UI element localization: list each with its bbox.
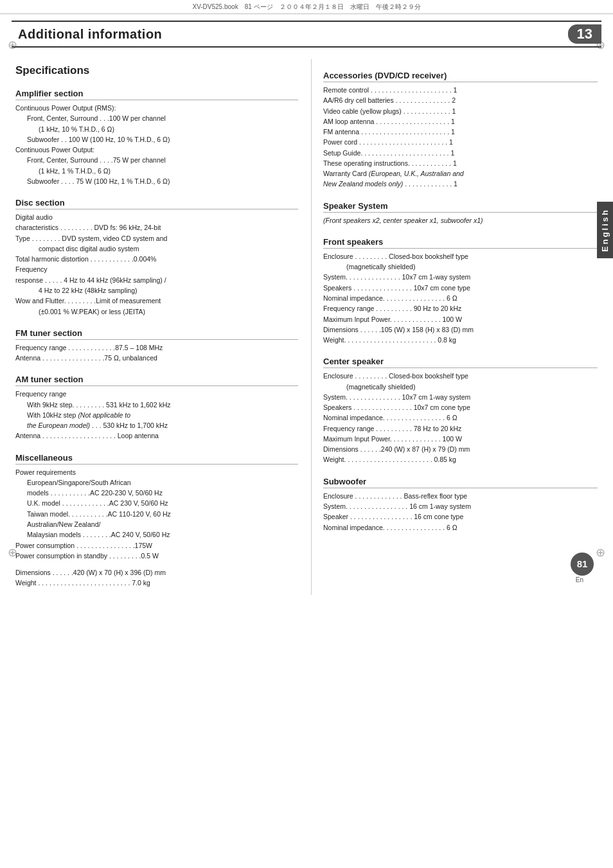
section-amplifier-title: Amplifier section <box>15 89 298 100</box>
header-title: Additional information <box>12 27 162 42</box>
front-speakers-specs: Enclosure . . . . . . . . . Closed-box b… <box>323 251 598 345</box>
corner-mark-br: ⊕ <box>596 545 605 560</box>
subwoofer-specs: Enclosure . . . . . . . . . . . . . Bass… <box>323 491 598 533</box>
section-subwoofer-title: Subwoofer <box>323 477 598 488</box>
meta-line: XV-DV525.book 81 ページ ２００４年２月１８日 水曜日 午後２時… <box>0 3 613 14</box>
accessories-specs: Remote control . . . . . . . . . . . . .… <box>323 85 598 190</box>
book-ref: XV-DV525.book 81 ページ ２００４年２月１８日 水曜日 午後２時… <box>192 3 420 10</box>
page-number: 81 <box>571 553 594 576</box>
section-center-speaker-title: Center speaker <box>323 357 598 368</box>
right-column: Accessories (DVD/CD receiver) Remote con… <box>311 59 598 595</box>
section-fm-title: FM tuner section <box>15 328 298 340</box>
fm-specs: Frequency range . . . . . . . . . . . . … <box>15 342 298 364</box>
chapter-number: 13 <box>568 24 601 44</box>
section-am-title: AM tuner section <box>15 375 298 386</box>
section-front-speakers-title: Front speakers <box>323 237 598 249</box>
page-main-title: Specifications <box>15 64 298 77</box>
section-misc-title: Miscellaneous <box>15 453 298 465</box>
section-speaker-system-title: Speaker System <box>323 201 598 213</box>
disc-specs: Digital audio characteristics . . . . . … <box>15 212 298 317</box>
misc-specs: Power requirements European/Singapore/So… <box>15 467 298 561</box>
page-en-label: En <box>576 576 583 583</box>
section-accessories-title: Accessories (DVD/CD receiver) <box>323 71 598 82</box>
am-specs: Frequency range With 9kHz step. . . . . … <box>15 389 298 441</box>
english-label: English <box>597 202 613 258</box>
speaker-system-subtitle: (Front speakers x2, center speaker x1, s… <box>323 215 598 226</box>
dimensions-specs: Dimensions . . . . . .420 (W) x 70 (H) x… <box>15 567 298 589</box>
amplifier-specs: Continuous Power Output (RMS): Front, Ce… <box>15 103 298 186</box>
section-disc-title: Disc section <box>15 198 298 209</box>
center-speaker-specs: Enclosure . . . . . . . . . Closed-box b… <box>323 371 598 465</box>
left-column: Specifications Amplifier section Continu… <box>15 59 298 595</box>
corner-mark-bl: ⊕ <box>8 545 17 560</box>
header-bar: Additional information 13 <box>12 21 601 48</box>
